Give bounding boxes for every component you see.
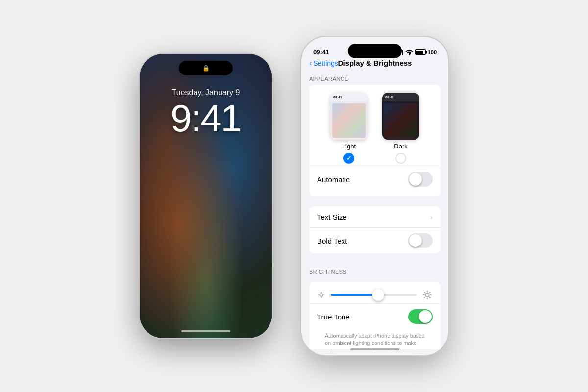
automatic-toggle-knob xyxy=(409,173,422,186)
brightness-low-icon xyxy=(317,291,326,299)
appearance-light-option[interactable]: 09:41 Light xyxy=(330,93,368,164)
brightness-slider-thumb xyxy=(372,289,384,301)
lock-time: 9:41 xyxy=(171,99,241,137)
home-indicator-left xyxy=(181,330,230,332)
dynamic-island-right xyxy=(348,44,402,58)
svg-point-0 xyxy=(408,54,409,55)
light-label: Light xyxy=(342,143,356,150)
svg-line-12 xyxy=(429,297,430,298)
svg-line-13 xyxy=(424,297,425,298)
text-size-right: › xyxy=(430,213,433,221)
lock-date: Tuesday, January 9 xyxy=(172,88,240,97)
back-chevron-icon: ‹ xyxy=(309,59,312,68)
true-tone-knob xyxy=(419,310,432,323)
appearance-dark-option[interactable]: 09:41 Dark xyxy=(382,93,419,164)
true-tone-row: True Tone xyxy=(309,303,441,329)
wifi-icon xyxy=(405,49,413,55)
preview-statusbar-dark: 09:41 xyxy=(382,93,419,101)
svg-line-11 xyxy=(424,292,425,293)
spacer-2 xyxy=(301,253,448,263)
svg-point-6 xyxy=(425,293,429,297)
nav-back-label: Settings xyxy=(313,59,338,67)
bold-text-label: Bold Text xyxy=(317,237,347,245)
battery-icon xyxy=(415,49,426,55)
text-size-chevron: › xyxy=(430,213,433,221)
nav-back-button[interactable]: ‹ Settings xyxy=(309,59,338,68)
svg-point-1 xyxy=(320,294,323,296)
status-time: 09:41 xyxy=(313,49,329,56)
home-indicator-right xyxy=(350,348,399,350)
brightness-high-icon xyxy=(422,290,433,300)
phone-right: 09:41 100 ‹ Settings Disp xyxy=(301,37,448,355)
light-preview: 09:41 xyxy=(330,93,368,140)
preview-content-dark xyxy=(382,101,419,140)
automatic-row: Automatic xyxy=(309,168,441,191)
true-tone-label: True Tone xyxy=(317,313,350,321)
nav-title: Display & Brightness xyxy=(338,59,412,67)
preview-wallpaper-light xyxy=(332,103,366,138)
true-tone-toggle[interactable] xyxy=(408,309,433,324)
battery-percent: 100 xyxy=(428,49,437,55)
battery-fill xyxy=(416,51,423,54)
appearance-section-header: APPEARANCE xyxy=(301,70,448,85)
appearance-options: 09:41 Light 09:41 xyxy=(309,91,441,168)
automatic-toggle[interactable] xyxy=(408,172,433,187)
light-radio[interactable] xyxy=(343,153,354,164)
automatic-label: Automatic xyxy=(317,175,350,184)
brightness-slider[interactable] xyxy=(331,294,417,296)
preview-content-light xyxy=(330,101,368,140)
preview-wallpaper-dark xyxy=(384,103,417,138)
lock-icon: 🔒 xyxy=(202,65,210,72)
brightness-row xyxy=(317,287,433,303)
brightness-slider-fill xyxy=(331,294,378,296)
bold-text-row: Bold Text xyxy=(309,228,441,253)
text-settings-group: Text Size › Bold Text xyxy=(309,206,441,253)
svg-line-14 xyxy=(429,292,430,293)
dark-label: Dark xyxy=(394,143,407,150)
dynamic-island-left: 🔒 xyxy=(179,61,233,75)
settings-content: APPEARANCE 09:41 Light xyxy=(301,70,448,349)
text-size-row[interactable]: Text Size › xyxy=(309,206,441,228)
bold-text-knob xyxy=(409,234,422,247)
bold-text-toggle[interactable] xyxy=(408,233,433,248)
preview-statusbar-light: 09:41 xyxy=(330,93,368,101)
brightness-section: True Tone Automatically adapt iPhone dis… xyxy=(309,282,441,349)
dark-preview: 09:41 xyxy=(382,93,419,140)
true-tone-description: Automatically adapt iPhone display based… xyxy=(317,329,433,349)
appearance-section: 09:41 Light 09:41 xyxy=(309,85,441,196)
brightness-section-header: BRIGHTNESS xyxy=(301,263,448,278)
dark-radio[interactable] xyxy=(395,153,406,164)
text-size-label: Text Size xyxy=(317,213,347,221)
spacer-1 xyxy=(301,196,448,206)
phone-left: 🔒 Tuesday, January 9 9:41 xyxy=(140,54,272,338)
